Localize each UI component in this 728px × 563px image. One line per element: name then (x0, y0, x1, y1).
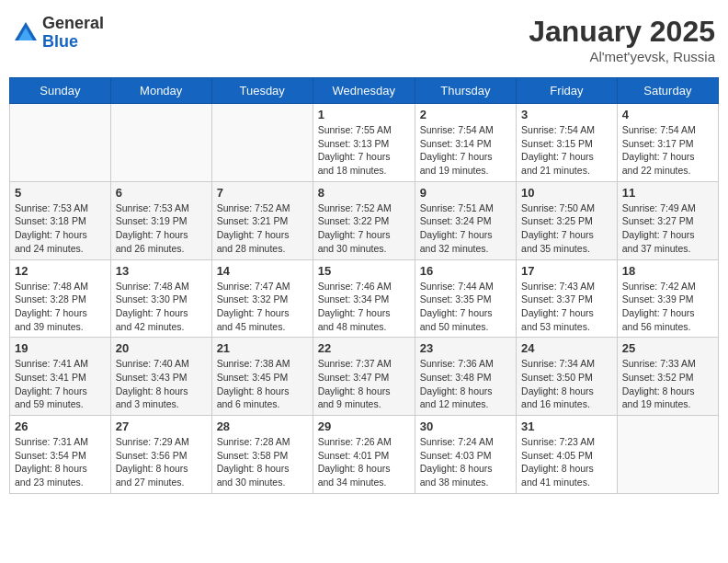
calendar-cell: 7Sunrise: 7:52 AM Sunset: 3:21 PM Daylig… (211, 181, 313, 259)
day-info: Sunrise: 7:54 AM Sunset: 3:15 PM Dayligh… (521, 123, 612, 178)
calendar-cell: 9Sunrise: 7:51 AM Sunset: 3:24 PM Daylig… (415, 181, 516, 259)
calendar-cell: 16Sunrise: 7:44 AM Sunset: 3:35 PM Dayli… (415, 259, 516, 338)
day-info: Sunrise: 7:44 AM Sunset: 3:35 PM Dayligh… (420, 280, 511, 334)
calendar-cell: 13Sunrise: 7:48 AM Sunset: 3:30 PM Dayli… (110, 259, 211, 338)
day-number: 24 (521, 341, 612, 355)
day-number: 20 (116, 341, 207, 355)
day-info: Sunrise: 7:51 AM Sunset: 3:24 PM Dayligh… (420, 201, 511, 256)
calendar-row-2: 5Sunrise: 7:53 AM Sunset: 3:18 PM Daylig… (10, 181, 719, 259)
day-number: 12 (15, 264, 106, 278)
day-number: 18 (622, 264, 713, 278)
day-number: 26 (15, 419, 106, 433)
calendar-row-1: 1Sunrise: 7:55 AM Sunset: 3:13 PM Daylig… (10, 104, 719, 182)
calendar-cell: 21Sunrise: 7:38 AM Sunset: 3:45 PM Dayli… (211, 338, 313, 416)
weekday-header-wednesday: Wednesday (313, 78, 415, 104)
day-info: Sunrise: 7:26 AM Sunset: 4:01 PM Dayligh… (318, 435, 410, 489)
day-info: Sunrise: 7:55 AM Sunset: 3:13 PM Dayligh… (318, 123, 410, 178)
day-number: 17 (521, 264, 612, 278)
title-block: January 2025 Al'met'yevsk, Russia (529, 15, 715, 64)
calendar-cell: 1Sunrise: 7:55 AM Sunset: 3:13 PM Daylig… (313, 104, 415, 182)
calendar-cell: 12Sunrise: 7:48 AM Sunset: 3:28 PM Dayli… (10, 259, 111, 338)
calendar-cell: 8Sunrise: 7:52 AM Sunset: 3:22 PM Daylig… (313, 181, 415, 259)
calendar-title: January 2025 (529, 15, 715, 49)
day-info: Sunrise: 7:34 AM Sunset: 3:50 PM Dayligh… (521, 357, 612, 411)
calendar-cell: 18Sunrise: 7:42 AM Sunset: 3:39 PM Dayli… (617, 259, 718, 338)
day-info: Sunrise: 7:42 AM Sunset: 3:39 PM Dayligh… (622, 280, 713, 334)
day-info: Sunrise: 7:36 AM Sunset: 3:48 PM Dayligh… (420, 357, 511, 411)
calendar-cell: 11Sunrise: 7:49 AM Sunset: 3:27 PM Dayli… (617, 181, 718, 259)
day-number: 13 (116, 264, 207, 278)
day-number: 21 (217, 341, 308, 355)
calendar-row-3: 12Sunrise: 7:48 AM Sunset: 3:28 PM Dayli… (10, 259, 719, 338)
day-info: Sunrise: 7:43 AM Sunset: 3:37 PM Dayligh… (521, 280, 612, 334)
calendar-row-4: 19Sunrise: 7:41 AM Sunset: 3:41 PM Dayli… (10, 338, 719, 416)
day-info: Sunrise: 7:52 AM Sunset: 3:21 PM Dayligh… (217, 201, 308, 256)
day-info: Sunrise: 7:48 AM Sunset: 3:28 PM Dayligh… (15, 280, 106, 334)
weekday-header-thursday: Thursday (415, 78, 516, 104)
calendar-cell (211, 104, 313, 182)
day-number: 22 (318, 341, 410, 355)
calendar-cell: 10Sunrise: 7:50 AM Sunset: 3:25 PM Dayli… (517, 181, 618, 259)
day-number: 28 (217, 419, 308, 433)
calendar-subtitle: Al'met'yevsk, Russia (529, 49, 715, 64)
calendar-cell: 29Sunrise: 7:26 AM Sunset: 4:01 PM Dayli… (313, 416, 415, 494)
day-number: 19 (15, 341, 106, 355)
calendar-cell: 19Sunrise: 7:41 AM Sunset: 3:41 PM Dayli… (10, 338, 111, 416)
day-number: 4 (622, 108, 713, 121)
calendar-cell: 24Sunrise: 7:34 AM Sunset: 3:50 PM Dayli… (517, 338, 618, 416)
calendar-row-5: 26Sunrise: 7:31 AM Sunset: 3:54 PM Dayli… (10, 416, 719, 494)
day-info: Sunrise: 7:29 AM Sunset: 3:56 PM Dayligh… (116, 435, 207, 489)
calendar-cell (617, 416, 718, 494)
calendar-cell: 28Sunrise: 7:28 AM Sunset: 3:58 PM Dayli… (211, 416, 313, 494)
logo: General Blue (13, 15, 104, 52)
calendar-cell: 17Sunrise: 7:43 AM Sunset: 3:37 PM Dayli… (517, 259, 618, 338)
logo-general-text: General (42, 15, 104, 33)
calendar-cell: 4Sunrise: 7:54 AM Sunset: 3:17 PM Daylig… (617, 104, 718, 182)
day-number: 5 (15, 186, 106, 200)
logo-blue-text: Blue (42, 33, 104, 52)
calendar-cell: 5Sunrise: 7:53 AM Sunset: 3:18 PM Daylig… (10, 181, 111, 259)
day-info: Sunrise: 7:23 AM Sunset: 4:05 PM Dayligh… (521, 435, 612, 489)
day-info: Sunrise: 7:46 AM Sunset: 3:34 PM Dayligh… (318, 280, 410, 334)
day-number: 8 (318, 186, 410, 200)
calendar-table: SundayMondayTuesdayWednesdayThursdayFrid… (9, 77, 719, 494)
logo-icon (13, 20, 39, 46)
day-number: 9 (420, 186, 511, 200)
day-info: Sunrise: 7:53 AM Sunset: 3:18 PM Dayligh… (15, 201, 106, 256)
day-number: 23 (420, 341, 511, 355)
calendar-cell: 14Sunrise: 7:47 AM Sunset: 3:32 PM Dayli… (211, 259, 313, 338)
day-number: 16 (420, 264, 511, 278)
calendar-cell: 6Sunrise: 7:53 AM Sunset: 3:19 PM Daylig… (110, 181, 211, 259)
weekday-header-saturday: Saturday (617, 78, 718, 104)
weekday-header-monday: Monday (110, 78, 211, 104)
day-info: Sunrise: 7:47 AM Sunset: 3:32 PM Dayligh… (217, 280, 308, 334)
day-number: 15 (318, 264, 410, 278)
calendar-cell: 22Sunrise: 7:37 AM Sunset: 3:47 PM Dayli… (313, 338, 415, 416)
day-number: 3 (521, 108, 612, 121)
day-number: 25 (622, 341, 713, 355)
day-info: Sunrise: 7:49 AM Sunset: 3:27 PM Dayligh… (622, 201, 713, 256)
calendar-cell: 30Sunrise: 7:24 AM Sunset: 4:03 PM Dayli… (415, 416, 516, 494)
day-info: Sunrise: 7:28 AM Sunset: 3:58 PM Dayligh… (217, 435, 308, 489)
calendar-cell: 25Sunrise: 7:33 AM Sunset: 3:52 PM Dayli… (617, 338, 718, 416)
day-info: Sunrise: 7:48 AM Sunset: 3:30 PM Dayligh… (116, 280, 207, 334)
day-info: Sunrise: 7:53 AM Sunset: 3:19 PM Dayligh… (116, 201, 207, 256)
day-info: Sunrise: 7:37 AM Sunset: 3:47 PM Dayligh… (318, 357, 410, 411)
day-number: 6 (116, 186, 207, 200)
calendar-cell: 3Sunrise: 7:54 AM Sunset: 3:15 PM Daylig… (517, 104, 618, 182)
calendar-cell: 15Sunrise: 7:46 AM Sunset: 3:34 PM Dayli… (313, 259, 415, 338)
day-number: 14 (217, 264, 308, 278)
day-info: Sunrise: 7:50 AM Sunset: 3:25 PM Dayligh… (521, 201, 612, 256)
day-info: Sunrise: 7:52 AM Sunset: 3:22 PM Dayligh… (318, 201, 410, 256)
day-number: 10 (521, 186, 612, 200)
day-number: 31 (521, 419, 612, 433)
day-info: Sunrise: 7:31 AM Sunset: 3:54 PM Dayligh… (15, 435, 106, 489)
day-number: 1 (318, 108, 410, 121)
calendar-cell: 23Sunrise: 7:36 AM Sunset: 3:48 PM Dayli… (415, 338, 516, 416)
day-info: Sunrise: 7:54 AM Sunset: 3:17 PM Dayligh… (622, 123, 713, 178)
day-number: 30 (420, 419, 511, 433)
calendar-cell (110, 104, 211, 182)
day-info: Sunrise: 7:24 AM Sunset: 4:03 PM Dayligh… (420, 435, 511, 489)
weekday-header-sunday: Sunday (10, 78, 111, 104)
calendar-cell: 26Sunrise: 7:31 AM Sunset: 3:54 PM Dayli… (10, 416, 111, 494)
